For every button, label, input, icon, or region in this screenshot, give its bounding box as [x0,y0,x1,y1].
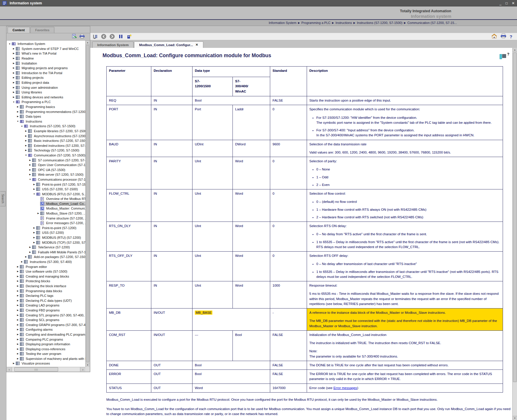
expander-collapsed-icon[interactable]: ▶ [16,348,20,350]
tree-item[interactable]: ▼Communications processor (S7-120... [7,177,85,182]
expander-collapsed-icon[interactable]: ▶ [16,270,20,273]
expander-collapsed-icon[interactable]: ▶ [12,76,15,79]
maximize-button[interactable]: □ [506,0,508,6]
tree-vertical-scrollbar[interactable]: ▲ ▼ [85,41,90,367]
topic-help-icon[interactable]: ? [499,53,509,60]
tree-item[interactable]: ▶Declaring PLC tags [7,293,85,298]
expander-collapsed-icon[interactable]: ▶ [24,256,28,258]
expander-collapsed-icon[interactable]: ▶ [24,144,28,147]
expander-collapsed-icon[interactable]: ▶ [16,338,20,341]
tree-item[interactable]: ▶Using user administration [7,85,85,90]
scrollbar-thumb[interactable]: |||| [14,367,58,372]
tree-item[interactable]: ▶Editing devices and networks [7,95,85,100]
tree-item[interactable]: ▶Supervision of machinery and plants wit… [7,356,85,361]
tree-item[interactable]: ▼Programming a PLC [7,100,85,104]
expander-expanded-icon[interactable]: ▼ [12,101,15,103]
expander-collapsed-icon[interactable]: ▶ [28,169,32,171]
minimize-button[interactable]: _ [499,0,502,6]
tree-item[interactable]: ▶Use software units (S7-1500) [7,269,85,274]
tree-item[interactable]: ▶Editing projects [7,75,85,80]
expander-collapsed-icon[interactable]: ▶ [24,135,28,137]
scroll-up-icon[interactable]: ▲ [513,48,517,52]
tree-item[interactable]: ▶Creating SCL programs [7,318,85,323]
tree-item[interactable]: ▶Example libraries (S7-1200, S7-1500) [7,129,85,134]
tree-item[interactable]: ▶Data types [7,114,85,119]
tree-item[interactable]: ▶S7 communication (S7-1200, S7-15... [7,158,85,163]
tree-item[interactable]: ▼Information System [7,41,85,46]
tree-item[interactable]: ▶TeleService (S7-1200) [7,245,85,250]
expander-collapsed-icon[interactable]: ▶ [32,231,36,234]
expander-expanded-icon[interactable]: ▼ [32,193,36,195]
locate-in-contents-icon[interactable] [92,34,99,40]
print-icon[interactable] [79,34,85,40]
tree-item[interactable]: ▶Declaring PLC data types (UDT) [7,298,85,303]
back-icon[interactable] [100,34,107,40]
expander-collapsed-icon[interactable]: ▶ [32,227,36,229]
expander-collapsed-icon[interactable]: ▶ [28,159,32,161]
expander-collapsed-icon[interactable]: ▶ [16,309,20,311]
tree-item[interactable]: ▶Modbus_Slave (S7-1200, ... [7,211,85,216]
tree-item[interactable]: ▶What's new in TIA Portal [7,51,85,56]
expander-collapsed-icon[interactable]: ▶ [16,111,20,113]
tree-item[interactable]: ▶Technology (S7-1200, S7-1500) [7,148,85,153]
tree-item[interactable]: ▶Readme [7,56,85,61]
tab-information-system[interactable]: Information System [92,41,133,48]
close-tab-icon[interactable]: ✕ [195,43,198,47]
expander-collapsed-icon[interactable]: ▶ [16,353,20,355]
expander-collapsed-icon[interactable]: ▶ [24,140,28,142]
tree-item[interactable]: ▶Testing the user program [7,351,85,356]
expander-collapsed-icon[interactable]: ▶ [16,319,20,321]
tree-item[interactable]: ▶Basic instructions (S7-1200, S7-1500) [7,138,85,143]
expander-collapsed-icon[interactable]: ▶ [16,115,20,118]
tree-item[interactable]: ▶Open User Communication (S7-120... [7,163,85,168]
expander-collapsed-icon[interactable]: ▶ [32,241,36,244]
expander-collapsed-icon[interactable]: ▶ [12,52,15,55]
sync-topic-icon[interactable] [72,34,77,40]
tree-item[interactable]: ▶Web server (S7-1200, S7-1500) [7,172,85,177]
breadcrumb[interactable]: Information System ► Programming a PLC ►… [269,21,457,25]
expander-expanded-icon[interactable]: ▼ [8,43,11,45]
tree-item[interactable]: ▶Migrating projects and programs [7,66,85,71]
tab-favorites[interactable]: Favorites [30,27,55,33]
tree-item[interactable]: ▶Creating LAD programs [7,303,85,308]
expander-collapsed-icon[interactable]: ▶ [28,164,32,166]
tab-modbus-comm-load[interactable]: Modbus_Comm_Load: Configur... ✕ [134,41,203,48]
error-messages-link[interactable]: Error messages [333,386,357,390]
expander-collapsed-icon[interactable]: ▶ [28,251,32,253]
tree-item[interactable]: Modbus_Master: Communi... [7,206,85,211]
tree-item[interactable]: ▶Introduction to the TIA Portal [7,71,85,76]
tree-item[interactable]: ▶Programming data blocks [7,288,85,293]
tree-item[interactable]: ▶Creating and managing blocks [7,274,85,279]
tree-item[interactable]: ▶Extended instructions (S7-1200, S7-1... [7,143,85,148]
tree-item[interactable]: ▶Editing project data [7,80,85,85]
close-button[interactable]: ✕ [512,0,515,6]
tree-item[interactable]: ▶Failsafe HMI Mobile Panels (S7-120... [7,250,85,255]
tree-item[interactable]: ▶Compiling and downloading PLC programs [7,332,85,337]
scrollbar-thumb[interactable] [513,53,517,382]
bookmarks-icon[interactable] [117,34,124,40]
expander-collapsed-icon[interactable]: ▶ [16,333,20,336]
scroll-up-icon[interactable]: ▲ [86,41,90,45]
scroll-down-icon[interactable]: ▼ [513,416,517,420]
expander-collapsed-icon[interactable]: ▶ [20,261,24,263]
add-favorite-icon[interactable] [126,34,133,40]
expander-expanded-icon[interactable]: ▼ [24,154,28,156]
expander-collapsed-icon[interactable]: ▶ [16,275,20,278]
help-icon[interactable]: ? [510,34,512,39]
expander-collapsed-icon[interactable]: ▶ [12,96,15,98]
tree-item[interactable]: ▼MODBUS (RTU) (S7-1200, S... [7,191,85,196]
expander-expanded-icon[interactable]: ▼ [28,178,32,180]
expander-collapsed-icon[interactable]: ▶ [28,173,32,176]
expander-collapsed-icon[interactable]: ▶ [12,81,15,84]
expander-collapsed-icon[interactable]: ▶ [24,130,28,132]
tree-item[interactable]: ▶USS (S7-1200) [7,230,85,235]
expander-collapsed-icon[interactable]: ▶ [16,266,20,268]
tree-item[interactable]: Modbus_Comm_Load: Co... [7,201,85,206]
expander-collapsed-icon[interactable]: ▶ [12,72,15,74]
expander-collapsed-icon[interactable]: ▶ [24,149,28,151]
tree-item[interactable]: ▶Point-to-point (S7-1200, S7-1500) [7,182,85,187]
tree-item[interactable]: ▶Programming recommendations (S7-1200, S… [7,109,85,114]
tree-item[interactable]: ▶Add-on packages (S7-1200, S7-1500) [7,255,85,259]
expander-collapsed-icon[interactable]: ▶ [16,106,20,108]
tree-item[interactable]: ▼Instructions (S7-1200, S7-1500) [7,124,85,129]
